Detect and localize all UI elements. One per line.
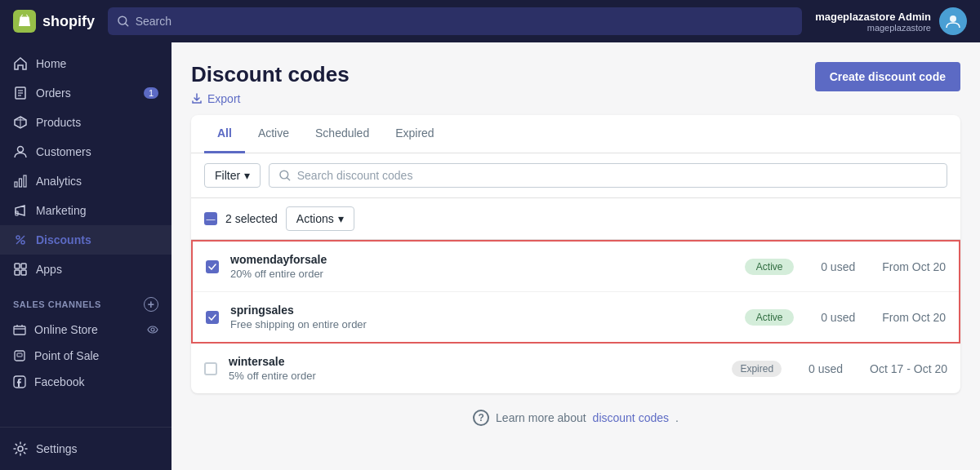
svg-rect-12 bbox=[20, 179, 22, 187]
row-checkbox-wintersale[interactable] bbox=[204, 362, 217, 375]
search-discount-box[interactable] bbox=[269, 163, 947, 188]
logo[interactable]: shopify bbox=[13, 10, 95, 33]
sidebar-item-facebook[interactable]: Facebook bbox=[0, 369, 172, 395]
logo-text: shopify bbox=[42, 13, 95, 30]
sidebar-label-analytics: Analytics bbox=[36, 175, 82, 188]
orders-badge: 1 bbox=[144, 87, 158, 99]
sidebar: Home Orders 1 Products Customers Analy bbox=[0, 42, 172, 470]
svg-point-27 bbox=[18, 446, 23, 451]
svg-rect-21 bbox=[21, 270, 26, 275]
svg-point-10 bbox=[18, 147, 24, 153]
sidebar-label-discounts: Discounts bbox=[36, 233, 91, 246]
user-menu[interactable]: mageplazastore Admin mageplazastore bbox=[815, 7, 967, 35]
sidebar-label-products: Products bbox=[36, 116, 81, 129]
sidebar-item-home[interactable]: Home bbox=[0, 49, 172, 78]
sidebar-label-home: Home bbox=[36, 57, 66, 70]
svg-rect-25 bbox=[17, 353, 22, 357]
row-checkbox-womendayforsale[interactable] bbox=[206, 260, 219, 273]
sidebar-item-marketing[interactable]: Marketing bbox=[0, 196, 172, 225]
analytics-icon bbox=[13, 174, 28, 188]
svg-rect-24 bbox=[15, 351, 24, 361]
pos-icon bbox=[13, 349, 26, 362]
selected-count: 2 selected bbox=[225, 212, 278, 225]
add-sales-channel-button[interactable]: + bbox=[144, 297, 158, 312]
selection-bar: — 2 selected Actions ▾ bbox=[191, 198, 960, 240]
discount-info-springsales: springsales Free shipping on entire orde… bbox=[230, 304, 733, 330]
avatar[interactable] bbox=[939, 7, 967, 35]
svg-point-15 bbox=[16, 236, 20, 239]
discount-desc: 5% off entire order bbox=[229, 370, 720, 382]
apps-icon bbox=[13, 262, 28, 277]
sidebar-bottom: Settings bbox=[0, 427, 172, 463]
filter-bar: Filter ▾ bbox=[191, 153, 960, 198]
usage-count: 0 used bbox=[805, 260, 871, 273]
page-title-section: Discount codes Export bbox=[191, 62, 350, 105]
main-content: Discount codes Export Create discount co… bbox=[172, 42, 980, 470]
orders-icon bbox=[13, 86, 28, 100]
eye-icon bbox=[147, 326, 158, 334]
create-discount-button[interactable]: Create discount code bbox=[815, 62, 960, 91]
facebook-label: Facebook bbox=[34, 375, 84, 388]
topbar: shopify mageplazastore Admin mageplazast… bbox=[0, 0, 980, 42]
home-icon bbox=[13, 56, 28, 71]
page-header: Discount codes Export Create discount co… bbox=[191, 62, 960, 105]
select-all-checkbox[interactable]: — bbox=[204, 212, 217, 225]
page-title: Discount codes bbox=[191, 62, 350, 87]
search-discount-input[interactable] bbox=[297, 169, 937, 182]
footer-link[interactable]: discount codes bbox=[593, 411, 669, 424]
user-name: mageplazastore Admin bbox=[815, 11, 931, 23]
svg-rect-19 bbox=[21, 264, 26, 268]
sidebar-item-online-store[interactable]: Online Store bbox=[0, 317, 172, 343]
settings-label: Settings bbox=[36, 442, 78, 455]
chevron-down-icon: ▾ bbox=[244, 169, 250, 182]
filter-button[interactable]: Filter ▾ bbox=[204, 163, 261, 188]
sidebar-item-orders[interactable]: Orders 1 bbox=[0, 78, 172, 108]
sidebar-item-customers[interactable]: Customers bbox=[0, 137, 172, 166]
svg-rect-18 bbox=[15, 264, 20, 268]
date-range: From Oct 20 bbox=[882, 311, 946, 324]
footer-learn-text: Learn more about bbox=[496, 411, 586, 424]
discount-info-wintersale: wintersale 5% off entire order bbox=[229, 355, 720, 382]
tab-all[interactable]: All bbox=[204, 115, 245, 153]
export-button[interactable]: Export bbox=[191, 92, 240, 105]
usage-count: 0 used bbox=[793, 362, 858, 375]
marketing-icon bbox=[13, 203, 28, 218]
pos-label: Point of Sale bbox=[34, 349, 99, 362]
row-checkbox-springsales[interactable] bbox=[206, 311, 219, 324]
discount-info-womendayforsale: womendayforsale 20% off entire order bbox=[230, 253, 733, 280]
sales-channels-header: SALES CHANNELS + bbox=[0, 284, 172, 317]
help-icon: ? bbox=[473, 410, 489, 426]
svg-line-1 bbox=[125, 23, 127, 25]
search-discount-icon bbox=[279, 170, 291, 181]
actions-button[interactable]: Actions ▾ bbox=[286, 206, 354, 231]
sidebar-label-apps: Apps bbox=[36, 263, 62, 276]
tab-active[interactable]: Active bbox=[245, 115, 302, 153]
sidebar-item-apps[interactable]: Apps bbox=[0, 255, 172, 284]
discount-desc: 20% off entire order bbox=[230, 268, 733, 280]
date-range: Oct 17 - Oct 20 bbox=[870, 362, 947, 375]
sidebar-item-products[interactable]: Products bbox=[0, 108, 172, 137]
customers-icon bbox=[13, 144, 28, 159]
sidebar-item-analytics[interactable]: Analytics bbox=[0, 166, 172, 196]
sidebar-item-point-of-sale[interactable]: Point of Sale bbox=[0, 343, 172, 369]
sidebar-item-settings[interactable]: Settings bbox=[0, 434, 172, 463]
page-footer: ? Learn more about discount codes . bbox=[191, 393, 960, 442]
search-input[interactable] bbox=[136, 15, 793, 28]
sidebar-label-marketing: Marketing bbox=[36, 204, 86, 217]
svg-rect-11 bbox=[15, 182, 17, 187]
discounts-card: All Active Scheduled Expired Filter ▾ bbox=[191, 115, 960, 393]
date-range: From Oct 20 bbox=[882, 260, 946, 273]
actions-chevron-icon: ▾ bbox=[338, 212, 344, 225]
discount-name: springsales bbox=[230, 304, 733, 317]
discounts-icon bbox=[13, 233, 28, 247]
online-store-label: Online Store bbox=[34, 323, 98, 336]
tabs: All Active Scheduled Expired bbox=[191, 115, 960, 153]
tab-expired[interactable]: Expired bbox=[382, 115, 447, 153]
tab-scheduled[interactable]: Scheduled bbox=[302, 115, 382, 153]
search-bar[interactable] bbox=[108, 7, 802, 35]
footer-period: . bbox=[675, 411, 679, 424]
svg-line-29 bbox=[287, 177, 289, 180]
app-layout: Home Orders 1 Products Customers Analy bbox=[0, 42, 980, 470]
table-row: womendayforsale 20% off entire order Act… bbox=[193, 242, 959, 292]
sidebar-item-discounts[interactable]: Discounts bbox=[0, 225, 172, 255]
